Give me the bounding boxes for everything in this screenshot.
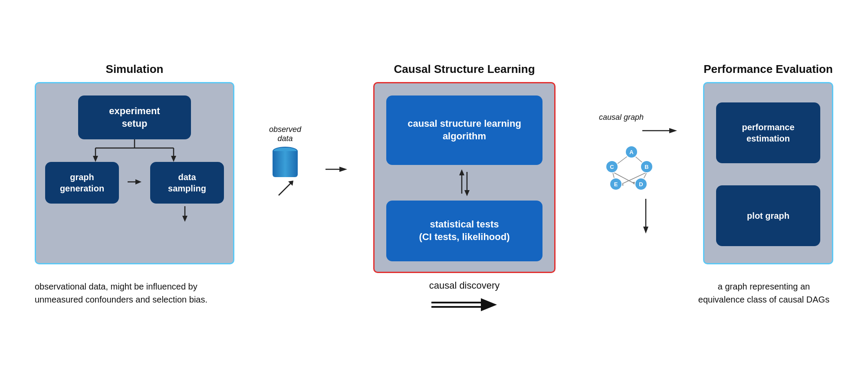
svg-marker-19 [669, 128, 677, 133]
svg-marker-15 [459, 169, 464, 175]
performance-estimation-label: performance estimation [742, 122, 794, 144]
cylinder-arrow [274, 180, 296, 199]
down-arrow-equiv-svg [641, 199, 651, 234]
plot-graph-label: plot graph [747, 210, 789, 221]
data-sampling-label: data sampling [168, 172, 206, 193]
experiment-setup-label: experiment setup [109, 105, 160, 129]
simulation-box: experiment setup [35, 82, 234, 264]
big-arrow-svg [430, 294, 499, 316]
bottom-section: observational data, might be influenced … [17, 269, 851, 318]
big-right-arrow [430, 294, 499, 318]
svg-marker-3 [93, 156, 98, 162]
node-C: C [605, 160, 618, 173]
down-arrow-svg [180, 206, 190, 222]
full-diagram: Simulation experiment setup [17, 54, 851, 318]
bottom-note: observational data, might be influenced … [35, 280, 208, 306]
svg-marker-7 [135, 179, 141, 184]
svg-marker-5 [171, 156, 176, 162]
svg-marker-36 [481, 298, 497, 311]
causal-discovery-area: causal discovery [429, 280, 500, 318]
right-arrow-causal-svg [326, 164, 347, 174]
node-B: B [640, 160, 653, 173]
arrow-down-to-equivalence [641, 199, 651, 235]
graph-generation-label: graph generation [60, 172, 104, 193]
fork-arrows [52, 139, 217, 162]
experiment-setup-card: experiment setup [78, 95, 191, 139]
cylinder [273, 147, 298, 178]
arrow-to-perf-svg [642, 125, 677, 136]
arrow-to-perf-top [642, 125, 677, 138]
arrow-to-cylinder [180, 206, 190, 224]
perf-title: Performance Evaluation [704, 63, 833, 76]
cylinder-body [273, 151, 298, 177]
double-arrows [456, 168, 473, 198]
graph-generation-card: graph generation [45, 162, 119, 204]
svg-line-10 [279, 182, 292, 195]
algorithm-card: causal structure learning algorithm [386, 95, 542, 165]
observed-data-connector: observed data [265, 91, 343, 251]
causal-box: causal structure learning algorithm [373, 82, 556, 273]
equivalence-area: a graph representing an equivalence clas… [686, 276, 833, 306]
performance-estimation-card: performance estimation [716, 102, 820, 163]
simulation-title: Simulation [106, 63, 164, 76]
right-arrow-svg [127, 177, 142, 187]
node-A: A [625, 145, 638, 158]
plot-graph-card: plot graph [716, 185, 820, 246]
causal-section: Causal Structure Learning causal structu… [373, 63, 556, 273]
algorithm-label: causal structure learning algorithm [408, 118, 521, 142]
perf-box: performance estimation plot graph [703, 82, 833, 264]
observed-data-area: observed data [269, 125, 301, 199]
statistical-tests-label: statistical tests (CI tests, likelihood) [419, 218, 510, 243]
causal-title: Causal Structure Learning [394, 63, 535, 76]
causal-discovery-label: causal discovery [429, 280, 500, 291]
double-arrow-svg [456, 168, 473, 198]
node-E: E [609, 178, 622, 191]
svg-marker-17 [464, 190, 470, 196]
arrow-to-causal [326, 164, 347, 176]
main-row: Simulation experiment setup [17, 54, 851, 273]
right-middle-area: causal graph [586, 91, 673, 235]
simulation-section: Simulation experiment setup [35, 63, 234, 264]
statistical-tests-card: statistical tests (CI tests, likelihood) [386, 201, 542, 261]
svg-marker-9 [182, 216, 187, 222]
svg-marker-13 [339, 167, 347, 172]
sim-bottom-row: graph generation data sampling [45, 162, 224, 204]
arrow-right-gen-to-samp [127, 177, 142, 189]
bottom-note-area: observational data, might be influenced … [35, 276, 217, 306]
cylinder-arrow-svg [274, 180, 296, 197]
causal-graph-label: causal graph [599, 113, 644, 122]
data-sampling-card: data sampling [150, 162, 224, 204]
observed-data-label: observed data [269, 125, 301, 143]
node-D: D [635, 178, 648, 191]
equivalence-label: a graph representing an equivalence clas… [694, 280, 833, 306]
sim-inner: experiment setup [46, 95, 223, 224]
fork-svg [52, 139, 217, 162]
graph-illustration: A B C D E [603, 145, 660, 194]
svg-marker-33 [643, 227, 648, 234]
perf-section: Performance Evaluation performance estim… [703, 63, 833, 264]
